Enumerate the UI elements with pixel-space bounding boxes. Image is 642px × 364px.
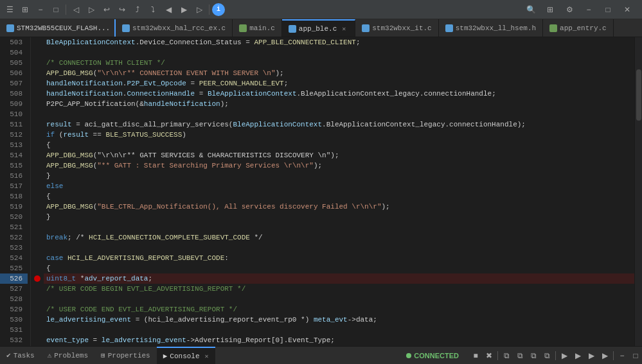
nav2-button[interactable]: ⤵ xyxy=(146,3,160,17)
tab-app-ble-close[interactable]: ✕ xyxy=(339,24,348,33)
line-number-505: 505 xyxy=(0,58,28,68)
forward-button[interactable]: ▷ xyxy=(84,3,98,17)
nav1-button[interactable]: ⤴ xyxy=(130,3,145,17)
debug-button[interactable]: ▷ xyxy=(192,3,206,17)
close-button[interactable]: ✕ xyxy=(620,3,634,17)
code-text-523 xyxy=(46,243,51,253)
view1-button[interactable]: ⧉ xyxy=(527,349,540,362)
tab-hsem-label: stm32wbxx_ll_hsem.h xyxy=(456,24,536,32)
hsem-icon xyxy=(445,24,453,32)
gutter-515 xyxy=(31,160,44,171)
line-number-519: 519 xyxy=(0,202,28,212)
code-text-524: case HCI_LE_ADVERTISING_REPORT_SUBEVT_CO… xyxy=(46,253,229,263)
copy-button[interactable]: ⧉ xyxy=(500,349,513,362)
minimize2-button[interactable]: − xyxy=(582,3,596,17)
gutter-510 xyxy=(31,109,44,119)
line-number-510: 510 xyxy=(0,109,28,119)
bottom-toolbar-group: ■ ✖ ⧉ ⧉ ⧉ ⧉ ▶ ▶ ▶ ▶ − □ xyxy=(469,347,642,364)
gutter-524 xyxy=(31,253,44,263)
appble-icon xyxy=(289,25,296,33)
gutter-511 xyxy=(31,119,44,130)
code-text-503: BleApplicationContext.Device_Connection_… xyxy=(46,37,361,48)
maximize2-button[interactable]: □ xyxy=(601,3,615,17)
line-number-504: 504 xyxy=(0,48,28,58)
tab-entry[interactable]: app_entry.c xyxy=(543,19,614,37)
line-number-520: 520 xyxy=(0,212,28,222)
run1-button[interactable]: ▶ xyxy=(558,349,571,362)
tab-it[interactable]: stm32wbxx_it.c xyxy=(355,19,438,37)
code-text-517: else xyxy=(46,181,63,191)
gutter-507 xyxy=(31,78,44,89)
gutter-520 xyxy=(31,212,44,222)
menu-button[interactable]: ☰ xyxy=(3,3,17,17)
code-text-518: { xyxy=(46,191,51,202)
gutter-521 xyxy=(31,222,44,232)
run2-button[interactable]: ▶ xyxy=(571,349,584,362)
view2-button[interactable]: ⧉ xyxy=(540,349,553,362)
run3-button[interactable]: ▶ xyxy=(585,349,598,362)
tab-properties[interactable]: ⊞ Properties xyxy=(94,347,157,364)
code-line-521 xyxy=(44,222,634,232)
stop-button[interactable]: ■ xyxy=(469,349,482,362)
line-number-511: 511 xyxy=(0,119,28,130)
code-text-520: } xyxy=(46,212,51,222)
line-number-517: 517 xyxy=(0,181,28,191)
code-text-507: handleNotification.P2P_Evt_Opcode = PEER… xyxy=(46,78,288,89)
code-line-520: } xyxy=(44,212,634,222)
scrollbar-thumb[interactable] xyxy=(636,69,641,121)
console-icon: ▶ xyxy=(163,352,168,360)
settings-icon[interactable]: ⚙ xyxy=(562,3,576,17)
window-max[interactable]: □ xyxy=(629,349,642,362)
tab-problems[interactable]: ⚠ Problems xyxy=(41,347,94,364)
search-icon[interactable]: 🔍 xyxy=(524,3,538,17)
maximize-button[interactable]: □ xyxy=(49,3,63,17)
top-toolbar: ☰ ⊞ − □ ◁ ▷ ↩ ↪ ⤴ ⤵ ◀ ▶ ▷ i 🔍 ⊞ ⚙ − □ ✕ xyxy=(0,0,642,19)
grid-button[interactable]: ⊞ xyxy=(18,3,32,17)
gutter-519 xyxy=(31,202,44,212)
nav4-button[interactable]: ▶ xyxy=(177,3,191,17)
project-tab[interactable]: STM32WB55CEUX_FLASH... xyxy=(0,19,116,37)
minimize-button[interactable]: − xyxy=(33,3,48,17)
main-area: 5035045055065075085095105115125135145155… xyxy=(0,37,642,346)
line-number-531: 531 xyxy=(0,325,28,335)
code-text-531 xyxy=(46,325,51,335)
tab-main[interactable]: main.c xyxy=(233,19,282,37)
vertical-scrollbar[interactable] xyxy=(634,37,642,346)
line-number-529: 529 xyxy=(0,304,28,315)
paste-button[interactable]: ⧉ xyxy=(513,349,526,362)
info-button[interactable]: i xyxy=(212,3,225,16)
tab-rcc[interactable]: stm32wbxx_hal_rcc_ex.c xyxy=(116,19,233,37)
redo-button[interactable]: ↪ xyxy=(115,3,129,17)
code-line-510 xyxy=(44,109,634,119)
tab-app-ble[interactable]: app_ble.c ✕ xyxy=(282,19,355,37)
code-text-522: break; /* HCI_LE_CONNECTION_COMPLETE_SUB… xyxy=(46,232,263,243)
run4-button[interactable]: ▶ xyxy=(598,349,611,362)
console-close[interactable]: ✕ xyxy=(205,352,209,360)
bt-separator1 xyxy=(497,351,498,360)
gutter-509 xyxy=(31,99,44,109)
gutter-526 xyxy=(31,273,44,284)
clear-button[interactable]: ✖ xyxy=(483,349,495,362)
tab-tasks[interactable]: ✔ Tasks xyxy=(0,347,41,364)
back-button[interactable]: ◁ xyxy=(69,3,83,17)
code-line-518: { xyxy=(44,191,634,202)
tab-hsem[interactable]: stm32wbxx_ll_hsem.h xyxy=(439,19,543,37)
line-number-526: 526 xyxy=(0,273,28,284)
nav3-button[interactable]: ◀ xyxy=(161,3,175,17)
undo-button[interactable]: ↩ xyxy=(100,3,114,17)
code-line-512: if (result == BLE_STATUS_SUCCESS) xyxy=(44,130,634,140)
tab-console[interactable]: ▶ Console ✕ xyxy=(157,347,215,364)
code-text-521 xyxy=(46,222,51,232)
gutter-506 xyxy=(31,68,44,78)
tab-entry-label: app_entry.c xyxy=(560,24,607,32)
project-tab-label: STM32WB55CEUX_FLASH... xyxy=(17,24,110,32)
code-text-519: APP_DBG_MSG("BLE_CTRL_App_Notification()… xyxy=(46,202,390,212)
code-area[interactable]: BleApplicationContext.Device_Connection_… xyxy=(44,37,634,346)
code-line-514: APP_DBG_MSG("\r\n\r** GATT SERVICES & CH… xyxy=(44,150,634,160)
tab-rcc-label: stm32wbxx_hal_rcc_ex.c xyxy=(132,24,226,32)
line-number-528: 528 xyxy=(0,294,28,304)
gutter-area xyxy=(31,37,44,346)
window-min[interactable]: − xyxy=(616,349,629,362)
grid2-icon[interactable]: ⊞ xyxy=(543,3,557,17)
code-line-519: APP_DBG_MSG("BLE_CTRL_App_Notification()… xyxy=(44,202,634,212)
